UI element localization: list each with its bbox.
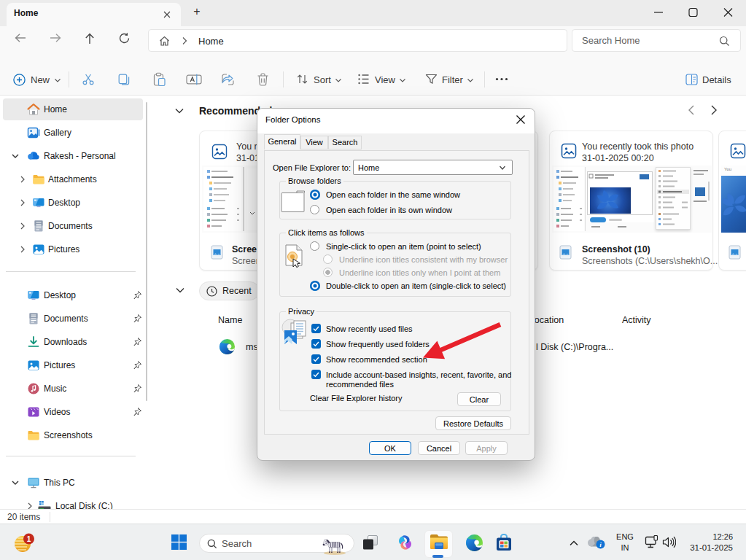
svg-text:1: 1 <box>27 535 31 543</box>
